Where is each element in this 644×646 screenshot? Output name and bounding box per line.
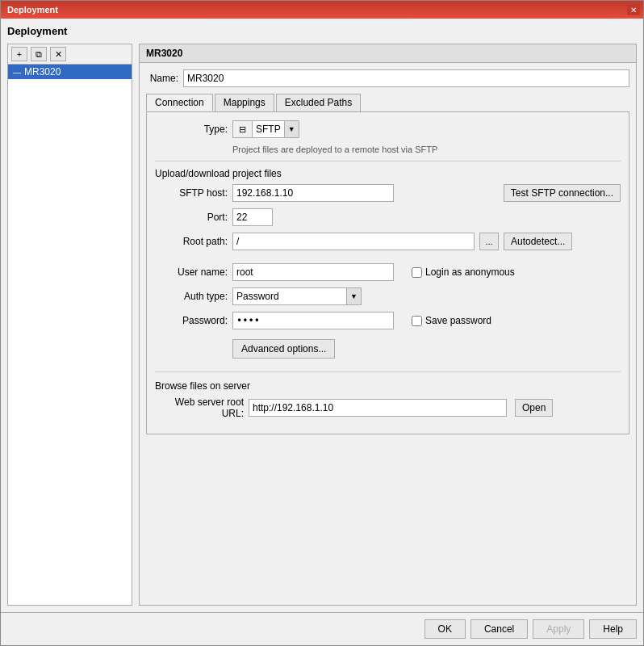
tabs: Connection Mappings Excluded Paths (146, 94, 629, 111)
root-path-row: Root path: ... Autodetect... (155, 233, 621, 250)
type-row: Type: ⊟ SFTP ▼ (155, 120, 621, 138)
name-label: Name: (146, 73, 178, 84)
auth-type-text: Password (233, 291, 346, 302)
browse-section: Browse files on server Web server root U… (155, 380, 621, 419)
login-anon-checkbox[interactable] (412, 267, 422, 278)
name-row: Name: (146, 69, 629, 87)
upload-section-label: Upload/download project files (155, 168, 621, 179)
user-name-input[interactable] (232, 263, 394, 281)
root-path-label: Root path: (155, 236, 228, 247)
sftp-host-input[interactable] (232, 184, 394, 202)
auth-type-dropdown-arrow[interactable]: ▼ (346, 288, 361, 304)
name-input[interactable] (183, 69, 629, 87)
sidebar-item-label: MR3020 (24, 66, 61, 78)
title-bar-buttons: ✕ (627, 4, 640, 15)
copy-server-button[interactable]: ⧉ (31, 47, 47, 61)
separator-2 (155, 371, 621, 372)
web-url-input[interactable] (249, 399, 507, 417)
autodetect-button[interactable]: Autodetect... (504, 233, 572, 250)
add-server-button[interactable]: + (11, 47, 27, 61)
port-row: Port: (155, 208, 621, 226)
password-label: Password: (155, 315, 228, 326)
sftp-host-label: SFTP host: (155, 187, 228, 199)
close-window-button[interactable]: ✕ (627, 4, 640, 15)
sidebar-toolbar: + ⧉ ✕ (8, 44, 132, 65)
tab-excluded-paths[interactable]: Excluded Paths (276, 94, 361, 111)
dialog-body: Deployment + ⧉ ✕ — MR3020 MR3020 (1, 19, 643, 612)
save-password-row: Save password (412, 315, 491, 326)
sftp-icon: ⊟ (233, 121, 253, 137)
web-url-label: Web server root URL: (155, 396, 244, 419)
open-button[interactable]: Open (515, 399, 553, 417)
login-anon-label: Login as anonymous (425, 266, 515, 278)
ok-button[interactable]: OK (424, 619, 466, 639)
password-row: Password: Save password (155, 312, 621, 329)
title-bar: Deployment ✕ (1, 1, 643, 19)
dialog-title: Deployment (7, 25, 637, 37)
user-name-row: User name: Login as anonymous (155, 263, 621, 281)
auth-type-label: Auth type: (155, 291, 228, 302)
tab-connection[interactable]: Connection (146, 94, 213, 111)
test-sftp-button[interactable]: Test SFTP connection... (504, 184, 621, 202)
type-select-text: SFTP (253, 124, 284, 135)
save-password-checkbox[interactable] (412, 316, 422, 326)
root-path-input[interactable] (232, 233, 475, 250)
tab-connection-content: Type: ⊟ SFTP ▼ Project files are deploye… (146, 111, 629, 434)
type-label: Type: (155, 124, 228, 135)
advanced-options-button[interactable]: Advanced options... (232, 339, 335, 359)
dialog-footer: OK Cancel Apply Help (1, 612, 643, 645)
cancel-button[interactable]: Cancel (470, 619, 528, 639)
user-name-label: User name: (155, 266, 228, 278)
main-window: Deployment ✕ Deployment + ⧉ ✕ — MR3020 (0, 0, 644, 646)
port-label: Port: (155, 212, 228, 223)
apply-button[interactable]: Apply (533, 619, 584, 639)
main-content: + ⧉ ✕ — MR3020 MR3020 Name: (7, 44, 637, 606)
expand-icon: — (13, 68, 21, 77)
right-panel: MR3020 Name: Connection Mappings Exclude… (139, 44, 637, 606)
login-anon-row: Login as anonymous (412, 266, 515, 278)
title-bar-text: Deployment (7, 5, 58, 15)
auth-type-row: Auth type: Password ▼ (155, 287, 621, 305)
delete-server-button[interactable]: ✕ (50, 47, 66, 61)
help-button[interactable]: Help (589, 619, 637, 639)
sftp-host-row: SFTP host: Test SFTP connection... (155, 184, 621, 202)
type-select[interactable]: ⊟ SFTP ▼ (232, 120, 299, 138)
panel-content: Name: Connection Mappings Excluded Paths… (140, 63, 636, 605)
separator-1 (155, 161, 621, 162)
panel-header: MR3020 (140, 44, 636, 63)
type-dropdown-arrow[interactable]: ▼ (284, 121, 299, 137)
auth-type-select[interactable]: Password ▼ (232, 287, 362, 305)
password-input[interactable] (232, 312, 394, 329)
port-input[interactable] (232, 208, 273, 226)
web-url-row: Web server root URL: Open (155, 396, 621, 419)
tab-mappings[interactable]: Mappings (215, 94, 274, 111)
browse-root-path-button[interactable]: ... (479, 233, 499, 250)
type-description: Project files are deployed to a remote h… (232, 145, 621, 154)
sidebar: + ⧉ ✕ — MR3020 (7, 44, 132, 606)
save-password-label: Save password (425, 315, 491, 326)
browse-section-label: Browse files on server (155, 380, 621, 392)
sidebar-item-mr3020[interactable]: — MR3020 (8, 65, 132, 79)
